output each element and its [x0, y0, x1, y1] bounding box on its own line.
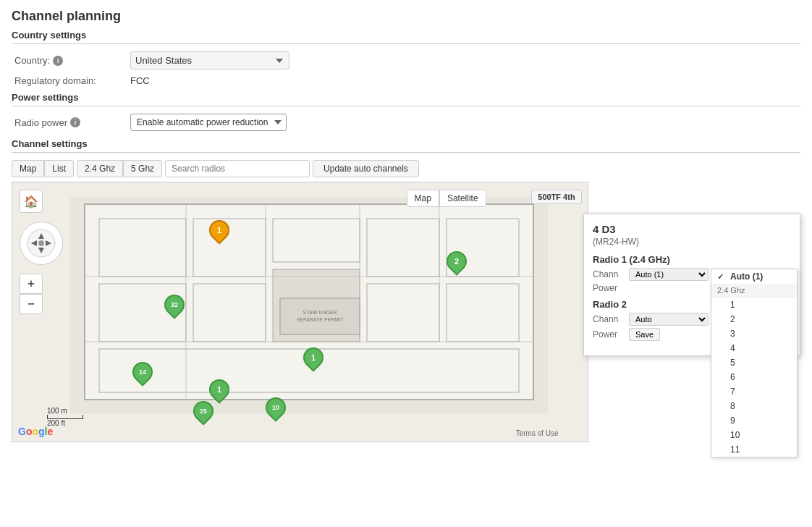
country-info-icon[interactable]: i — [53, 56, 63, 66]
pin-bubble-orange: 1 — [205, 216, 234, 245]
channel-option-1[interactable]: 1 — [711, 298, 797, 312]
ghz24-btn[interactable]: 2.4 Ghz — [77, 160, 123, 177]
map-list-toggle: Map List — [12, 160, 74, 177]
channel-option-4[interactable]: 4 — [711, 341, 797, 355]
freq-toggle: 2.4 Ghz 5 Ghz — [77, 160, 162, 177]
channel-option-auto[interactable]: ✓ Auto (1) — [711, 269, 797, 284]
map-background: STAIR UNDER SEPARATE PERMIT — [12, 182, 588, 442]
channel-option-3[interactable]: 3 — [711, 326, 797, 341]
channel-dropdown: ✓ Auto (1) 2.4 Ghz 1 2 3 4 — [711, 269, 798, 458]
scale-100m: 100 m — [47, 407, 83, 415]
channel-option-8[interactable]: 8 — [711, 399, 797, 413]
map-address: 500TF 4th — [531, 190, 581, 204]
pin-2-green[interactable]: 2 — [447, 251, 467, 271]
radio1-channel-select[interactable]: Auto (1) 123 456 789 1011 — [629, 268, 709, 281]
pin-1-orange[interactable]: 1 — [209, 220, 229, 240]
channel-option-2[interactable]: 2 — [711, 312, 797, 326]
map-type-buttons: Map Satellite — [407, 190, 486, 207]
svg-rect-19 — [280, 298, 360, 334]
pin-10-green[interactable]: 10 — [266, 397, 286, 418]
power-info-icon[interactable]: i — [70, 117, 80, 127]
channel-option-11[interactable]: 11 — [711, 442, 797, 457]
scale-200ft: 200 ft — [47, 419, 83, 427]
radio1-title: Radio 1 (2.4 GHz) — [593, 254, 791, 265]
radio2-power-label: Power — [593, 329, 629, 340]
update-auto-channels-btn[interactable]: Update auto channels — [313, 160, 419, 177]
radio1-channel-label: Chann — [593, 269, 629, 279]
satellite-btn[interactable]: Satellite — [439, 190, 486, 207]
channel-option-6[interactable]: 6 — [711, 370, 797, 384]
page-title: Channel planning — [12, 9, 800, 24]
pin-bubble-14: 14 — [128, 358, 157, 387]
pin-bubble-32: 32 — [160, 290, 189, 319]
regulatory-value: FCC — [130, 75, 150, 86]
channel-toolbar: Map List 2.4 Ghz 5 Ghz Update auto chann… — [12, 160, 800, 177]
radio2-channel-select[interactable]: Auto 364044 — [629, 313, 709, 326]
zoom-out-btn[interactable]: − — [20, 294, 43, 314]
device-title: 4 D3 — [593, 223, 791, 235]
map-scale: 100 m 200 ft — [47, 407, 83, 427]
map-controls: 🏠 — [20, 190, 63, 314]
pin-1-mid-green[interactable]: 1 — [303, 347, 323, 368]
power-select[interactable]: Enable automatic power reduction Fixed p… — [130, 114, 287, 131]
right-panel: 4 D3 (MR24-HW) Radio 1 (2.4 GHz) Chann A… — [588, 182, 800, 442]
map-terms[interactable]: Terms of Use — [516, 429, 559, 437]
map-container[interactable]: STAIR UNDER SEPARATE PERMIT 🏠 — [12, 182, 588, 442]
channel-option-10[interactable]: 10 — [711, 428, 797, 442]
channel-option-7[interactable]: 7 — [711, 384, 797, 399]
pin-bubble-25: 25 — [189, 397, 218, 426]
pin-25-green[interactable]: 25 — [193, 401, 213, 421]
map-tab-btn[interactable]: Map — [12, 160, 44, 177]
pin-32-green[interactable]: 32 — [164, 295, 185, 315]
channel-section-label: 2.4 Ghz — [711, 284, 797, 298]
country-label: Country: i — [14, 55, 130, 66]
power-label: Radio power i — [14, 117, 130, 128]
channel-settings-header: Channel settings — [12, 138, 800, 153]
power-row: Radio power i Enable automatic power red… — [12, 114, 800, 131]
map-home-btn[interactable]: 🏠 — [20, 190, 43, 213]
channel-settings-section: Channel settings Map List 2.4 Ghz 5 Ghz … — [12, 138, 800, 442]
pin-1-lower-green[interactable]: 1 — [209, 379, 229, 400]
svg-point-27 — [38, 240, 44, 246]
country-settings-header: Country settings — [12, 30, 800, 44]
google-logo: Google — [18, 426, 53, 437]
country-row: Country: i United States Canada United K… — [12, 51, 800, 69]
check-icon: ✓ — [717, 272, 726, 282]
channel-option-9[interactable]: 9 — [711, 413, 797, 428]
map-panel-container: STAIR UNDER SEPARATE PERMIT 🏠 — [12, 182, 800, 442]
radio2-channel-label: Chann — [593, 314, 629, 324]
regulatory-row: Regulatory domain: FCC — [12, 75, 800, 86]
radio2-power-btn[interactable]: Save — [629, 328, 660, 341]
pin-bubble-10: 10 — [261, 393, 290, 422]
pin-bubble-2: 2 — [442, 247, 471, 276]
map-zoom-control: + − — [20, 274, 63, 314]
zoom-in-btn[interactable]: + — [20, 274, 43, 294]
power-settings-header: Power settings — [12, 92, 800, 106]
device-model: (MR24-HW) — [593, 237, 791, 247]
svg-text:STAIR UNDER: STAIR UNDER — [303, 310, 337, 315]
list-tab-btn[interactable]: List — [44, 160, 74, 177]
pin-bubble-1-mid: 1 — [299, 343, 328, 372]
map-nav-control[interactable] — [20, 222, 63, 265]
channel-option-5[interactable]: 5 — [711, 355, 797, 370]
pin-14-green[interactable]: 14 — [132, 362, 153, 382]
svg-text:SEPARATE PERMIT: SEPARATE PERMIT — [297, 317, 344, 322]
search-radios-input[interactable] — [165, 160, 310, 177]
radio1-power-label: Power — [593, 283, 629, 293]
map-btn[interactable]: Map — [407, 190, 439, 207]
pin-bubble-1-lower: 1 — [205, 375, 234, 404]
country-select[interactable]: United States Canada United Kingdom Germ… — [130, 51, 289, 69]
ghz5-btn[interactable]: 5 Ghz — [123, 160, 162, 177]
regulatory-label: Regulatory domain: — [14, 75, 130, 86]
